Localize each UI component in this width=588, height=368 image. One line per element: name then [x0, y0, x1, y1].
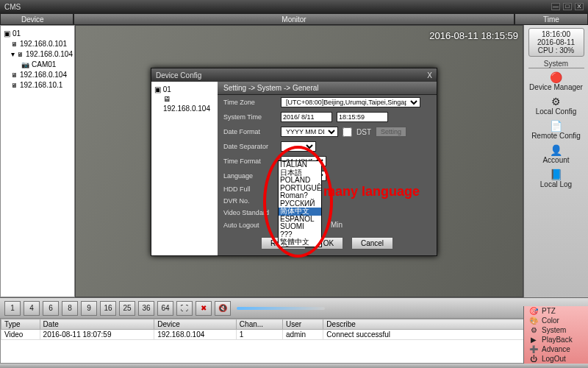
device-tree[interactable]: ▣01 192.168.0.101 ▾192.168.0.104 CAM01 1…: [0, 25, 75, 297]
account-button[interactable]: 👤Account: [528, 143, 584, 166]
fullscreen-button[interactable]: ⛶: [176, 301, 193, 316]
language-option[interactable]: ITALIAN: [279, 161, 321, 169]
event-log[interactable]: Type Date Device Chan... User Describe V…: [0, 318, 588, 364]
layout-64-button[interactable]: 64: [157, 301, 173, 316]
app-title: CMS: [4, 3, 21, 11]
tree-item[interactable]: 192.168.0.104: [26, 49, 73, 60]
right-panel: 18:16:00 2016-08-11 CPU : 30% System 🔴De…: [523, 25, 588, 297]
dialog-close-button[interactable]: X: [427, 71, 432, 79]
log-col-date[interactable]: Date: [40, 319, 154, 330]
layout-4-button[interactable]: 4: [24, 301, 40, 316]
tree-item[interactable]: CAM01: [32, 60, 56, 70]
gear-icon: ⚙: [528, 96, 584, 107]
log-col-channel[interactable]: Chan...: [236, 319, 282, 330]
layout-toolbar: 1 4 6 8 9 16 25 36 64 ⛶ ✖ 🔇: [0, 297, 588, 318]
mute-button[interactable]: 🔇: [215, 301, 231, 316]
app-titlebar: CMS — □ X: [0, 0, 588, 13]
local-config-button[interactable]: ⚙Local Config: [528, 94, 584, 117]
clock-time: 18:16:00: [531, 30, 582, 38]
volume-slider[interactable]: [237, 307, 325, 310]
right-bottom-dock: 🎯PTZ 🎨Color ⚙System ▶PlayBack ➕Advance ⏻…: [523, 306, 588, 364]
tab-device[interactable]: Device: [0, 13, 74, 25]
timezone-select[interactable]: [UTC+08:00]Beijing,Urumqi,Taipei,Singapo…: [281, 97, 420, 107]
dateformat-select[interactable]: YYYY MM DD: [281, 127, 338, 137]
playback-button[interactable]: ▶PlayBack: [524, 335, 588, 344]
tab-monitor[interactable]: Monitor: [74, 13, 514, 25]
datesep-select[interactable]: [281, 141, 316, 152]
language-option[interactable]: TÜRKIYE: [279, 247, 321, 248]
dst-setting-button: Setting: [376, 127, 406, 137]
clock-date: 2016-08-11: [531, 38, 582, 46]
layout-25-button[interactable]: 25: [119, 301, 135, 316]
ptz-icon: 🎯: [528, 307, 539, 315]
clock-widget: 18:16:00 2016-08-11 CPU : 30%: [528, 28, 584, 57]
remote-config-button[interactable]: 📄Remote Config: [528, 118, 584, 141]
cancel-button[interactable]: Cancel: [351, 237, 393, 250]
language-option[interactable]: SUOMI: [279, 223, 321, 231]
log-col-device[interactable]: Device: [154, 319, 237, 330]
language-option[interactable]: 简体中文: [279, 208, 321, 216]
language-option[interactable]: Roman?: [279, 192, 321, 200]
right-panel-heading: System: [528, 60, 584, 68]
color-icon: 🎨: [528, 316, 539, 325]
layout-9-button[interactable]: 9: [81, 301, 97, 316]
systime-time-input[interactable]: [337, 112, 388, 122]
status-bar: [0, 364, 588, 368]
language-option[interactable]: POLAND: [279, 177, 321, 185]
system-button[interactable]: ⚙System: [524, 325, 588, 335]
log-col-user[interactable]: User: [282, 319, 323, 330]
dialog-title: Device Config: [156, 71, 201, 79]
log-row[interactable]: Video 2016-08-11 18:07:59 192.168.0.104 …: [1, 330, 587, 340]
window-min-button[interactable]: —: [551, 3, 560, 10]
dst-checkbox[interactable]: [343, 127, 352, 137]
layout-8-button[interactable]: 8: [62, 301, 78, 316]
tree-root[interactable]: 01: [12, 29, 21, 39]
gear-icon: ⚙: [528, 326, 539, 334]
tree-item[interactable]: 192.168.0.104: [20, 70, 67, 80]
log-col-type[interactable]: Type: [1, 319, 40, 330]
power-icon: ⏻: [528, 355, 539, 363]
systime-date-input[interactable]: [281, 112, 332, 122]
ptz-button[interactable]: 🎯PTZ: [524, 306, 588, 316]
device-manager-button[interactable]: 🔴Device Manager: [528, 70, 584, 93]
dialog-device-tree[interactable]: ▣ 01 🖥 192.168.0.104: [151, 82, 218, 255]
layout-36-button[interactable]: 36: [138, 301, 154, 316]
color-button[interactable]: 🎨Color: [524, 316, 588, 325]
video-osd-timestamp: 2016-08-11 18:15:59: [429, 30, 518, 41]
window-max-button[interactable]: □: [563, 3, 572, 10]
dialog-breadcrumb: Setting -> System -> General: [218, 82, 437, 95]
advance-button[interactable]: ➕Advance: [524, 344, 588, 354]
log-icon: 📘: [528, 169, 584, 180]
record-icon: 🔴: [528, 71, 584, 83]
play-icon: ▶: [528, 336, 539, 344]
language-dropdown-list[interactable]: ITALIAN日本語POLANDPORTUGUÊRoman?РУССКИЙ简体中…: [278, 160, 322, 247]
layout-6-button[interactable]: 6: [43, 301, 59, 316]
tree-item[interactable]: 192.168.10.1: [20, 80, 62, 91]
logout-button[interactable]: ⏻LogOut: [524, 354, 588, 364]
tree-item[interactable]: 192.168.0.101: [20, 39, 67, 49]
local-log-button[interactable]: 📘Local Log: [528, 167, 584, 190]
window-close-button[interactable]: X: [575, 3, 584, 10]
clock-cpu: CPU : 30%: [531, 46, 582, 54]
tab-time[interactable]: Time: [514, 13, 588, 25]
language-option[interactable]: 繁體中文: [279, 238, 321, 247]
plus-icon: ➕: [528, 345, 539, 353]
page-icon: 📄: [528, 120, 584, 132]
main-tabbar: Device Monitor Time: [0, 13, 588, 25]
user-icon: 👤: [528, 144, 584, 156]
close-view-button[interactable]: ✖: [196, 301, 212, 316]
layout-1-button[interactable]: 1: [4, 301, 21, 316]
layout-16-button[interactable]: 16: [100, 301, 116, 316]
